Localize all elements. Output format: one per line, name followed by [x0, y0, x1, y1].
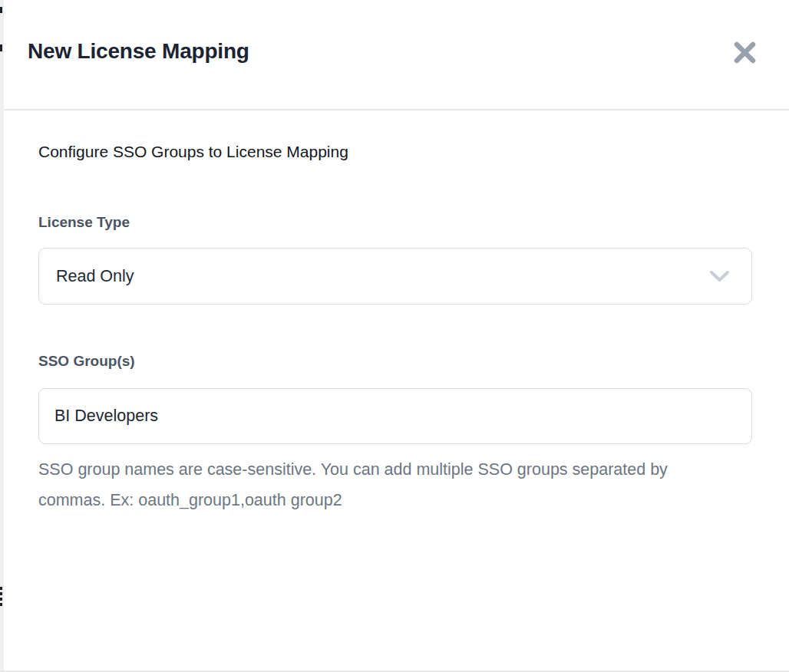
chevron-down-icon	[709, 270, 730, 283]
modal-header: New License Mapping	[4, 0, 789, 110]
license-type-selected-value: Read Only	[56, 267, 134, 286]
background-ui-fragment	[0, 44, 2, 51]
background-ui-fragment	[0, 7, 2, 13]
new-license-mapping-modal: New License Mapping Configure SSO Groups…	[4, 0, 789, 670]
sso-groups-input[interactable]	[38, 388, 752, 444]
screen: New License Mapping Configure SSO Groups…	[0, 0, 789, 672]
close-button[interactable]	[731, 38, 758, 66]
sso-groups-help-text: SSO group names are case-sensitive. You …	[38, 454, 687, 516]
modal-title: New License Mapping	[28, 38, 249, 64]
background-ui-fragment	[0, 592, 2, 595]
background-ui-fragment	[0, 587, 2, 590]
close-icon	[733, 41, 757, 64]
modal-subtitle: Configure SSO Groups to License Mapping	[38, 141, 752, 163]
background-ui-fragment	[0, 603, 2, 606]
background-ui-fragment	[0, 598, 2, 601]
license-type-select[interactable]: Read Only	[38, 248, 752, 305]
license-type-label: License Type	[38, 213, 752, 232]
modal-body: Configure SSO Groups to License Mapping …	[4, 110, 789, 516]
sso-groups-label: SSO Group(s)	[38, 352, 752, 371]
